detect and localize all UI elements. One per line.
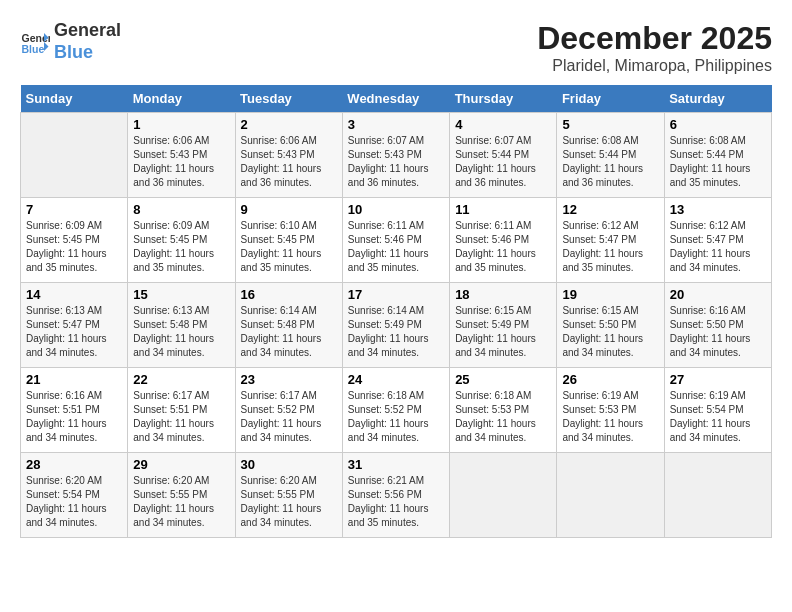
calendar-cell: 5Sunrise: 6:08 AMSunset: 5:44 PMDaylight…	[557, 113, 664, 198]
calendar-cell: 27Sunrise: 6:19 AMSunset: 5:54 PMDayligh…	[664, 368, 771, 453]
day-info: Sunrise: 6:11 AMSunset: 5:46 PMDaylight:…	[455, 219, 551, 275]
subtitle: Plaridel, Mimaropa, Philippines	[537, 57, 772, 75]
day-info: Sunrise: 6:16 AMSunset: 5:50 PMDaylight:…	[670, 304, 766, 360]
day-info: Sunrise: 6:17 AMSunset: 5:52 PMDaylight:…	[241, 389, 337, 445]
header-row: SundayMondayTuesdayWednesdayThursdayFrid…	[21, 85, 772, 113]
day-info: Sunrise: 6:06 AMSunset: 5:43 PMDaylight:…	[241, 134, 337, 190]
day-info: Sunrise: 6:11 AMSunset: 5:46 PMDaylight:…	[348, 219, 444, 275]
header-cell-saturday: Saturday	[664, 85, 771, 113]
calendar-cell: 13Sunrise: 6:12 AMSunset: 5:47 PMDayligh…	[664, 198, 771, 283]
calendar-cell: 6Sunrise: 6:08 AMSunset: 5:44 PMDaylight…	[664, 113, 771, 198]
day-info: Sunrise: 6:16 AMSunset: 5:51 PMDaylight:…	[26, 389, 122, 445]
day-info: Sunrise: 6:13 AMSunset: 5:48 PMDaylight:…	[133, 304, 229, 360]
day-info: Sunrise: 6:06 AMSunset: 5:43 PMDaylight:…	[133, 134, 229, 190]
day-number: 6	[670, 117, 766, 132]
day-info: Sunrise: 6:20 AMSunset: 5:54 PMDaylight:…	[26, 474, 122, 530]
header-cell-thursday: Thursday	[450, 85, 557, 113]
day-number: 16	[241, 287, 337, 302]
calendar-cell: 3Sunrise: 6:07 AMSunset: 5:43 PMDaylight…	[342, 113, 449, 198]
calendar-cell	[21, 113, 128, 198]
day-number: 26	[562, 372, 658, 387]
calendar-body: 1Sunrise: 6:06 AMSunset: 5:43 PMDaylight…	[21, 113, 772, 538]
calendar-cell: 21Sunrise: 6:16 AMSunset: 5:51 PMDayligh…	[21, 368, 128, 453]
day-number: 8	[133, 202, 229, 217]
day-info: Sunrise: 6:20 AMSunset: 5:55 PMDaylight:…	[241, 474, 337, 530]
calendar-cell: 10Sunrise: 6:11 AMSunset: 5:46 PMDayligh…	[342, 198, 449, 283]
header-cell-tuesday: Tuesday	[235, 85, 342, 113]
calendar-cell: 30Sunrise: 6:20 AMSunset: 5:55 PMDayligh…	[235, 453, 342, 538]
day-number: 21	[26, 372, 122, 387]
day-number: 14	[26, 287, 122, 302]
day-number: 1	[133, 117, 229, 132]
header-cell-monday: Monday	[128, 85, 235, 113]
day-number: 22	[133, 372, 229, 387]
day-number: 18	[455, 287, 551, 302]
calendar-cell: 4Sunrise: 6:07 AMSunset: 5:44 PMDaylight…	[450, 113, 557, 198]
day-info: Sunrise: 6:07 AMSunset: 5:43 PMDaylight:…	[348, 134, 444, 190]
day-number: 7	[26, 202, 122, 217]
day-number: 23	[241, 372, 337, 387]
calendar-cell: 31Sunrise: 6:21 AMSunset: 5:56 PMDayligh…	[342, 453, 449, 538]
calendar-cell	[557, 453, 664, 538]
day-number: 12	[562, 202, 658, 217]
day-number: 29	[133, 457, 229, 472]
day-number: 25	[455, 372, 551, 387]
calendar-cell	[450, 453, 557, 538]
day-info: Sunrise: 6:13 AMSunset: 5:47 PMDaylight:…	[26, 304, 122, 360]
day-number: 30	[241, 457, 337, 472]
calendar-cell: 23Sunrise: 6:17 AMSunset: 5:52 PMDayligh…	[235, 368, 342, 453]
day-number: 15	[133, 287, 229, 302]
logo: General Blue General Blue	[20, 20, 121, 63]
day-number: 28	[26, 457, 122, 472]
calendar-cell: 19Sunrise: 6:15 AMSunset: 5:50 PMDayligh…	[557, 283, 664, 368]
day-info: Sunrise: 6:19 AMSunset: 5:54 PMDaylight:…	[670, 389, 766, 445]
day-number: 24	[348, 372, 444, 387]
day-info: Sunrise: 6:19 AMSunset: 5:53 PMDaylight:…	[562, 389, 658, 445]
day-info: Sunrise: 6:08 AMSunset: 5:44 PMDaylight:…	[670, 134, 766, 190]
calendar-cell: 17Sunrise: 6:14 AMSunset: 5:49 PMDayligh…	[342, 283, 449, 368]
calendar-cell: 29Sunrise: 6:20 AMSunset: 5:55 PMDayligh…	[128, 453, 235, 538]
calendar-cell: 12Sunrise: 6:12 AMSunset: 5:47 PMDayligh…	[557, 198, 664, 283]
header-cell-friday: Friday	[557, 85, 664, 113]
calendar-cell: 22Sunrise: 6:17 AMSunset: 5:51 PMDayligh…	[128, 368, 235, 453]
day-info: Sunrise: 6:15 AMSunset: 5:50 PMDaylight:…	[562, 304, 658, 360]
header-cell-sunday: Sunday	[21, 85, 128, 113]
svg-text:Blue: Blue	[22, 42, 45, 54]
day-info: Sunrise: 6:20 AMSunset: 5:55 PMDaylight:…	[133, 474, 229, 530]
title-section: December 2025 Plaridel, Mimaropa, Philip…	[537, 20, 772, 75]
day-info: Sunrise: 6:09 AMSunset: 5:45 PMDaylight:…	[26, 219, 122, 275]
day-number: 17	[348, 287, 444, 302]
day-number: 3	[348, 117, 444, 132]
calendar-cell: 20Sunrise: 6:16 AMSunset: 5:50 PMDayligh…	[664, 283, 771, 368]
day-number: 10	[348, 202, 444, 217]
day-info: Sunrise: 6:15 AMSunset: 5:49 PMDaylight:…	[455, 304, 551, 360]
day-info: Sunrise: 6:18 AMSunset: 5:52 PMDaylight:…	[348, 389, 444, 445]
calendar-cell: 26Sunrise: 6:19 AMSunset: 5:53 PMDayligh…	[557, 368, 664, 453]
day-number: 11	[455, 202, 551, 217]
day-info: Sunrise: 6:21 AMSunset: 5:56 PMDaylight:…	[348, 474, 444, 530]
calendar-cell: 9Sunrise: 6:10 AMSunset: 5:45 PMDaylight…	[235, 198, 342, 283]
week-row-3: 14Sunrise: 6:13 AMSunset: 5:47 PMDayligh…	[21, 283, 772, 368]
logo-icon: General Blue	[20, 27, 50, 57]
calendar-cell: 18Sunrise: 6:15 AMSunset: 5:49 PMDayligh…	[450, 283, 557, 368]
day-number: 5	[562, 117, 658, 132]
page-header: General Blue General Blue December 2025 …	[20, 20, 772, 75]
calendar-cell: 8Sunrise: 6:09 AMSunset: 5:45 PMDaylight…	[128, 198, 235, 283]
day-info: Sunrise: 6:14 AMSunset: 5:48 PMDaylight:…	[241, 304, 337, 360]
week-row-4: 21Sunrise: 6:16 AMSunset: 5:51 PMDayligh…	[21, 368, 772, 453]
calendar-header: SundayMondayTuesdayWednesdayThursdayFrid…	[21, 85, 772, 113]
calendar-cell: 15Sunrise: 6:13 AMSunset: 5:48 PMDayligh…	[128, 283, 235, 368]
day-info: Sunrise: 6:12 AMSunset: 5:47 PMDaylight:…	[670, 219, 766, 275]
calendar-cell: 24Sunrise: 6:18 AMSunset: 5:52 PMDayligh…	[342, 368, 449, 453]
calendar-cell: 28Sunrise: 6:20 AMSunset: 5:54 PMDayligh…	[21, 453, 128, 538]
calendar-cell: 25Sunrise: 6:18 AMSunset: 5:53 PMDayligh…	[450, 368, 557, 453]
logo-blue: Blue	[54, 42, 121, 64]
calendar-table: SundayMondayTuesdayWednesdayThursdayFrid…	[20, 85, 772, 538]
day-number: 27	[670, 372, 766, 387]
day-number: 4	[455, 117, 551, 132]
header-cell-wednesday: Wednesday	[342, 85, 449, 113]
calendar-cell: 11Sunrise: 6:11 AMSunset: 5:46 PMDayligh…	[450, 198, 557, 283]
week-row-2: 7Sunrise: 6:09 AMSunset: 5:45 PMDaylight…	[21, 198, 772, 283]
day-number: 20	[670, 287, 766, 302]
day-info: Sunrise: 6:17 AMSunset: 5:51 PMDaylight:…	[133, 389, 229, 445]
